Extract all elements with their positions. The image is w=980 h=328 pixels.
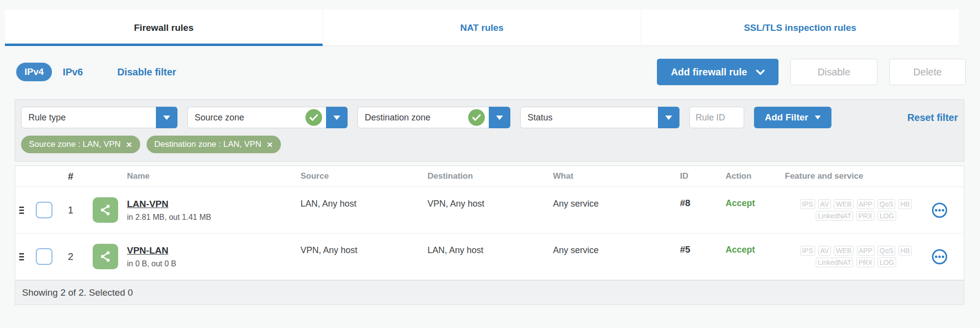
more-options-icon[interactable] [932,249,947,264]
drag-handle-icon[interactable] [15,234,32,280]
ipv4-toggle[interactable]: IPv4 [16,63,52,81]
table-row: 1 LAN-VPN in 2.81 MB, out 1.41 MB [15,187,964,234]
drag-handle-icon[interactable] [15,187,32,233]
ipv6-toggle[interactable]: IPv6 [63,67,83,78]
chevron-down-icon [756,67,765,78]
rule-what: Any service [553,187,680,233]
share-icon [93,244,118,269]
badge-web: WEB [834,199,854,209]
caret-down-icon[interactable] [326,107,348,128]
firewall-console-page: Firewall rules NAT rules SSL/TLS inspect… [0,0,980,328]
header-id: ID [680,171,726,181]
share-icon [93,197,118,223]
rule-name-cell: VPN-LAN in 0 B, out 0 B [93,234,301,280]
destination-zone-dropdown[interactable]: Destination zone [357,107,510,128]
close-icon[interactable]: ✕ [267,141,273,148]
filter-chip-label: Source zone : LAN, VPN [29,140,121,149]
status-dropdown-label: Status [521,113,658,123]
header-feature-and-service: Feature and service [785,171,964,181]
tab-firewall-rules[interactable]: Firewall rules [5,10,323,46]
badge-qos: QoS [878,246,895,256]
badge-av: AV [818,246,831,256]
rule-source: VPN, Any host [301,234,427,280]
rule-action-status: Accept [726,234,785,280]
rule-action-status: Accept [726,187,785,233]
badge-linkednat: LinkedNAT [816,211,853,221]
badge-prx: PRX [856,211,875,221]
toolbar: IPv4 IPv6 Disable filter Add firewall ru… [16,58,966,86]
rule-destination: LAN, Any host [427,234,553,280]
tab-ssl-tls-inspection-rules[interactable]: SSL/TLS inspection rules [641,10,959,46]
badge-qos: QoS [878,199,895,209]
badge-hb: HB [898,246,911,256]
rule-name-cell: LAN-VPN in 2.81 MB, out 1.41 MB [93,187,301,233]
feature-and-service-cell: IPS AV WEB APP QoS HB LinkedNAT PRX LOG [785,187,964,233]
source-zone-dropdown[interactable]: Source zone [187,107,348,128]
caret-down-icon[interactable] [156,107,177,128]
badge-log: LOG [878,258,896,267]
disable-filter-link[interactable]: Disable filter [117,67,176,78]
badge-app: APP [857,246,875,256]
caret-down-icon [815,116,821,119]
check-icon [468,109,485,126]
status-dropdown[interactable]: Status [520,107,679,128]
badge-prx: PRX [856,258,875,267]
filter-panel: Rule type Source zone Destination zone [15,99,964,162]
rule-source: LAN, Any host [301,187,427,233]
firewall-rules-table: # Name Source Destination What ID Action… [15,165,964,305]
rules-tab-bar: Firewall rules NAT rules SSL/TLS inspect… [5,10,959,46]
badge-hb: HB [898,199,911,209]
check-icon [305,109,322,126]
badge-linkednat: LinkedNAT [816,258,853,267]
badge-web: WEB [834,246,854,256]
row-number: 1 [56,187,85,233]
rule-id-value: #5 [680,234,726,280]
rule-name-link[interactable]: LAN-VPN [127,199,168,210]
header-action: Action [726,171,785,181]
badge-ips: IPS [800,246,815,256]
header-what: What [553,171,680,181]
source-zone-dropdown-label: Source zone [188,113,305,123]
filter-chip-destination-zone: Destination zone : LAN, VPN ✕ [147,136,281,153]
rule-traffic-stats: in 0 B, out 0 B [127,259,176,268]
row-checkbox[interactable] [36,248,52,265]
delete-button[interactable]: Delete [889,59,966,85]
table-row: 2 VPN-LAN in 0 B, out 0 B [15,234,964,280]
disable-button[interactable]: Disable [790,59,878,85]
destination-zone-dropdown-label: Destination zone [358,113,468,123]
header-number: # [56,171,85,182]
rule-id-input[interactable] [689,107,744,128]
rule-what: Any service [553,234,680,280]
header-source: Source [301,171,427,181]
rule-id-value: #8 [680,187,726,233]
add-firewall-rule-label: Add firewall rule [671,67,747,78]
table-footer-summary: Showing 2 of 2. Selected 0 [15,280,964,305]
filter-row: Rule type Source zone Destination zone [21,107,958,128]
add-filter-label: Add Filter [765,112,808,123]
badge-av: AV [818,199,831,209]
rule-traffic-stats: in 2.81 MB, out 1.41 MB [127,213,211,222]
more-options-icon[interactable] [932,203,947,218]
active-filter-chips: Source zone : LAN, VPN ✕ Destination zon… [21,136,958,153]
reset-filter-link[interactable]: Reset filter [907,112,958,123]
close-icon[interactable]: ✕ [126,141,132,148]
badge-log: LOG [878,211,896,221]
rule-type-dropdown-label: Rule type [22,113,156,123]
add-filter-button[interactable]: Add Filter [754,107,831,128]
feature-and-service-cell: IPS AV WEB APP QoS HB LinkedNAT PRX LOG [785,234,964,280]
feature-badges: IPS AV WEB APP QoS HB LinkedNAT PRX LOG [794,245,918,268]
caret-down-icon[interactable] [658,107,679,128]
row-number: 2 [56,234,85,280]
rule-name-link[interactable]: VPN-LAN [127,245,168,256]
row-checkbox[interactable] [36,202,52,218]
header-destination: Destination [427,171,553,181]
rule-type-dropdown[interactable]: Rule type [21,107,177,128]
filter-chip-source-zone: Source zone : LAN, VPN ✕ [21,136,140,153]
tab-nat-rules[interactable]: NAT rules [323,10,641,46]
add-firewall-rule-button[interactable]: Add firewall rule [657,59,779,85]
caret-down-icon[interactable] [489,107,510,128]
filter-chip-label: Destination zone : LAN, VPN [154,140,261,149]
header-name: Name [85,171,301,181]
badge-ips: IPS [800,199,815,209]
table-header-row: # Name Source Destination What ID Action… [15,166,964,187]
